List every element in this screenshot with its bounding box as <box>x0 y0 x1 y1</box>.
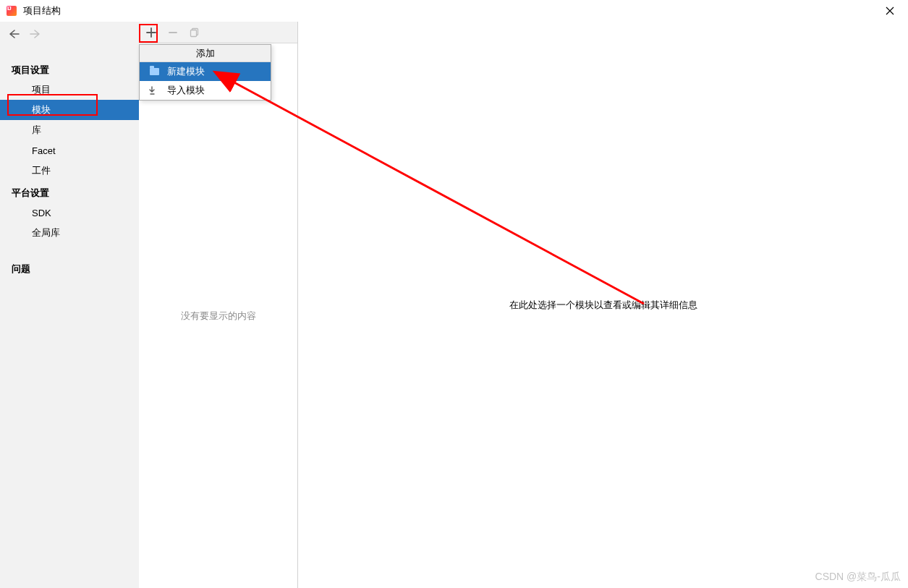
watermark: CSDN @菜鸟-瓜瓜 <box>815 571 901 584</box>
sidebar-item-facets[interactable]: Facet <box>0 140 139 161</box>
title-bar: IJ 项目结构 <box>0 0 908 22</box>
dropdown-item-new-module[interactable]: 新建模块 <box>140 62 271 81</box>
arrow-right-icon <box>29 29 42 39</box>
nav-history <box>0 25 139 45</box>
add-dropdown: 添加 新建模块 导入模块 <box>139 44 271 101</box>
dropdown-item-label: 导入模块 <box>167 84 205 97</box>
main-layout: 项目设置 项目 模块 库 Facet 工件 平台设置 SDK 全局库 问题 <box>0 22 908 588</box>
sidebar-item-project[interactable]: 项目 <box>0 80 139 100</box>
module-list-panel: 没有要显示的内容 <box>139 22 298 588</box>
dropdown-item-import-module[interactable]: 导入模块 <box>140 81 271 100</box>
plus-icon <box>146 27 156 38</box>
copy-icon <box>190 27 200 38</box>
sidebar-item-problems[interactable]: 问题 <box>0 259 139 279</box>
module-toolbar <box>139 22 297 43</box>
section-header-project-settings: 项目设置 <box>0 58 139 80</box>
detail-panel: 在此处选择一个模块以查看或编辑其详细信息 <box>298 22 908 588</box>
close-button[interactable] <box>879 0 901 22</box>
detail-help-text: 在此处选择一个模块以查看或编辑其详细信息 <box>509 299 697 312</box>
remove-module-button[interactable] <box>166 26 179 39</box>
module-list-empty: 没有要显示的内容 <box>139 43 297 588</box>
dropdown-header: 添加 <box>140 45 271 62</box>
add-module-button[interactable] <box>145 26 158 39</box>
sidebar-item-libraries[interactable]: 库 <box>0 120 139 140</box>
copy-module-button[interactable] <box>188 26 201 39</box>
empty-text: 没有要显示的内容 <box>181 310 256 323</box>
sidebar-item-global-libraries[interactable]: 全局库 <box>0 223 139 243</box>
back-button[interactable] <box>7 28 20 41</box>
window-title: 项目结构 <box>23 4 61 17</box>
app-icon: IJ <box>6 5 17 17</box>
sidebar-item-sdks[interactable]: SDK <box>0 203 139 223</box>
close-icon <box>886 7 894 15</box>
dropdown-item-label: 新建模块 <box>167 65 205 78</box>
folder-icon <box>148 66 160 77</box>
sidebar-item-modules[interactable]: 模块 <box>0 100 139 120</box>
minus-icon <box>168 27 178 38</box>
sidebar-item-artifacts[interactable]: 工件 <box>0 161 139 181</box>
sidebar: 项目设置 项目 模块 库 Facet 工件 平台设置 SDK 全局库 问题 <box>0 22 139 588</box>
forward-button[interactable] <box>29 28 42 41</box>
import-icon <box>148 85 160 96</box>
section-header-platform-settings: 平台设置 <box>0 181 139 203</box>
arrow-left-icon <box>7 29 20 39</box>
svg-rect-1 <box>191 30 197 36</box>
